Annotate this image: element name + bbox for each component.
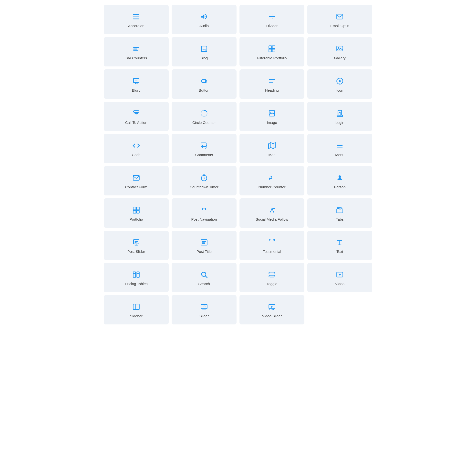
svg-rect-76 xyxy=(133,272,136,278)
widget-card-filterable-portfolio[interactable]: Filterable Portfolio xyxy=(239,37,304,66)
widget-card-audio[interactable]: Audio xyxy=(172,5,237,34)
widget-card-accordion[interactable]: Accordion xyxy=(104,5,169,34)
gallery-icon xyxy=(336,44,343,53)
call-to-action-label: Call To Action xyxy=(125,120,147,125)
code-icon xyxy=(133,141,140,150)
svg-rect-60 xyxy=(337,207,339,209)
svg-marker-39 xyxy=(269,143,275,149)
search-label: Search xyxy=(198,281,210,286)
widget-card-code[interactable]: Code xyxy=(104,134,169,163)
widget-card-heading[interactable]: Heading xyxy=(239,69,304,99)
widget-card-social-media-follow[interactable]: Social Media Follow xyxy=(239,198,304,228)
svg-rect-10 xyxy=(133,51,138,52)
widget-card-text[interactable]: Text xyxy=(307,231,372,260)
video-slider-icon xyxy=(268,302,276,311)
widget-card-gallery[interactable]: Gallery xyxy=(307,37,372,66)
widget-card-post-slider[interactable]: Post Slider xyxy=(104,231,169,260)
widget-card-login[interactable]: Login xyxy=(307,102,372,131)
button-label: Button xyxy=(199,88,209,93)
svg-rect-1 xyxy=(133,16,139,17)
circle-counter-icon xyxy=(200,109,208,118)
widget-card-map[interactable]: Map xyxy=(239,134,304,163)
svg-text:#: # xyxy=(269,174,272,182)
svg-rect-9 xyxy=(133,49,138,50)
svg-rect-37 xyxy=(201,143,206,147)
filterable-portfolio-icon xyxy=(268,44,276,53)
svg-rect-67 xyxy=(201,240,207,245)
testimonial-label: Testimonial xyxy=(263,249,281,254)
social-media-follow-label: Social Media Follow xyxy=(256,217,288,222)
blurb-label: Blurb xyxy=(132,88,140,93)
toggle-label: Toggle xyxy=(267,281,277,286)
social-media-follow-icon xyxy=(268,206,276,214)
widget-card-slider[interactable]: Slider xyxy=(172,295,237,324)
toggle-icon xyxy=(268,270,276,279)
post-navigation-label: Post Navigation xyxy=(191,217,217,222)
login-label: Login xyxy=(335,120,344,125)
widget-card-search[interactable]: Search xyxy=(172,263,237,292)
number-counter-icon: # xyxy=(268,173,276,182)
svg-rect-0 xyxy=(133,14,139,15)
widget-card-blog[interactable]: Blog xyxy=(172,37,237,66)
svg-rect-54 xyxy=(136,211,139,213)
audio-icon xyxy=(200,12,208,21)
widget-card-divider[interactable]: Divider xyxy=(239,5,304,34)
text-label: Text xyxy=(336,249,343,254)
widget-card-countdown-timer[interactable]: Countdown Timer xyxy=(172,166,237,195)
person-icon xyxy=(336,173,343,182)
bar-counters-icon xyxy=(133,44,140,53)
svg-rect-15 xyxy=(272,46,275,49)
widget-card-comments[interactable]: Comments xyxy=(172,134,237,163)
svg-rect-20 xyxy=(134,78,139,83)
svg-rect-59 xyxy=(337,209,343,213)
svg-rect-7 xyxy=(337,14,343,19)
circle-counter-label: Circle Counter xyxy=(192,120,216,125)
email-optin-label: Email Optin xyxy=(330,23,349,28)
widget-card-blurb[interactable]: Blurb xyxy=(104,69,169,99)
widget-card-image[interactable]: Image xyxy=(239,102,304,131)
widget-card-number-counter[interactable]: #Number Counter xyxy=(239,166,304,195)
widget-card-post-navigation[interactable]: Post Navigation xyxy=(172,198,237,228)
divider-icon xyxy=(268,12,276,21)
widget-card-sidebar[interactable]: Sidebar xyxy=(104,295,169,324)
widget-card-post-title[interactable]: Post Title xyxy=(172,231,237,260)
svg-point-50 xyxy=(339,175,341,178)
svg-rect-51 xyxy=(133,207,136,210)
widget-card-person[interactable]: Person xyxy=(307,166,372,195)
widget-card-video-slider[interactable]: Video Slider xyxy=(239,295,304,324)
tabs-label: Tabs xyxy=(336,217,344,222)
widget-card-toggle[interactable]: Toggle xyxy=(239,263,304,292)
widget-card-button[interactable]: Button xyxy=(172,69,237,99)
widget-grid: AccordionAudioDividerEmail OptinBar Coun… xyxy=(104,5,372,324)
text-icon xyxy=(336,238,343,247)
widget-card-menu[interactable]: Menu xyxy=(307,134,372,163)
svg-rect-16 xyxy=(269,49,272,52)
image-label: Image xyxy=(267,120,277,125)
svg-point-6 xyxy=(271,16,273,17)
widget-card-email-optin[interactable]: Email Optin xyxy=(307,5,372,34)
svg-point-57 xyxy=(274,208,275,209)
widget-card-icon[interactable]: Icon xyxy=(307,69,372,99)
map-icon xyxy=(268,141,276,150)
widget-card-call-to-action[interactable]: Call To Action xyxy=(104,102,169,131)
widget-card-pricing-tables[interactable]: Pricing Tables xyxy=(104,263,169,292)
accordion-icon xyxy=(133,12,140,21)
widget-card-testimonial[interactable]: ""Testimonial xyxy=(239,231,304,260)
code-label: Code xyxy=(132,152,141,157)
widget-card-bar-counters[interactable]: Bar Counters xyxy=(104,37,169,66)
portfolio-icon xyxy=(133,206,140,214)
svg-point-28 xyxy=(339,80,341,82)
blurb-icon xyxy=(133,77,140,86)
email-optin-icon xyxy=(336,12,343,21)
svg-rect-77 xyxy=(137,272,139,278)
widget-card-portfolio[interactable]: Portfolio xyxy=(104,198,169,228)
widget-card-circle-counter[interactable]: Circle Counter xyxy=(172,102,237,131)
call-to-action-icon xyxy=(133,109,140,118)
widget-card-video[interactable]: Video xyxy=(307,263,372,292)
heading-label: Heading xyxy=(265,88,279,93)
blog-label: Blog xyxy=(200,56,208,61)
post-slider-label: Post Slider xyxy=(127,249,145,254)
widget-card-tabs[interactable]: Tabs xyxy=(307,198,372,228)
widget-card-contact-form[interactable]: Contact Form xyxy=(104,166,169,195)
svg-rect-83 xyxy=(269,275,275,277)
